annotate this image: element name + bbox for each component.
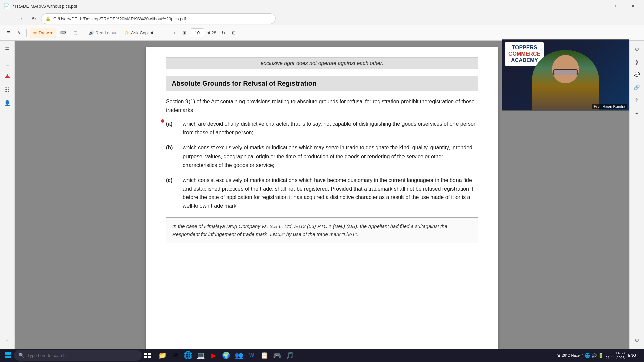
pdf-toolbar: ☰ ✎ ✏ Draw ▾ ⌨ ▢ 🔊 Read aloud ✨ Ask Copi…	[0, 25, 644, 40]
thumbnails-icon-button[interactable]: ☷	[1, 83, 13, 96]
zoom-in-icon: +	[173, 30, 176, 35]
chevron-icon[interactable]: ^	[582, 353, 584, 358]
list-text-c: which consist exclusively of marks or in…	[183, 176, 478, 210]
panel-toggle-button[interactable]: ☰	[4, 27, 13, 38]
separator-2	[83, 29, 83, 37]
list-label-c: (c)	[166, 176, 176, 210]
video-overlay: TOPPERS COMMERCE ACADEMY Prof. Rajan Kun…	[502, 39, 629, 111]
logo-line2: COMMERCE	[508, 51, 540, 57]
case-box-text: In the case of Himalaya Drug Company vs.…	[172, 223, 447, 237]
panel-icon: ☰	[7, 30, 11, 35]
rotate-button[interactable]: ↻	[219, 27, 228, 38]
youtube-icon[interactable]: ▶	[207, 349, 219, 361]
rotate-icon: ↻	[222, 30, 225, 35]
svg-rect-4	[8, 356, 11, 358]
speaker-icon: 🔊	[89, 30, 94, 35]
person-head	[552, 55, 579, 83]
fit-page-button[interactable]: ⊞	[180, 27, 189, 38]
draw-sidebar-icon-button[interactable]	[1, 70, 13, 82]
list-item: (a) which are devoid of any distinctive …	[166, 120, 478, 137]
right-comment-icon[interactable]: 💬	[631, 69, 643, 81]
taskbar-apps: 📁 ✉ 🌐 💻 ▶ 🌍 👥 W 📋 🎮 🎵	[156, 349, 296, 361]
page-number-input[interactable]	[191, 28, 204, 37]
logo-line3: ACADEMY	[508, 57, 540, 63]
immersive-button[interactable]: ⊞	[229, 27, 238, 38]
read-aloud-label: Read aloud	[95, 30, 118, 35]
panel-icon-button[interactable]: ☰	[1, 43, 13, 55]
weather-temp: 26°C Haze	[562, 353, 580, 357]
read-aloud-button[interactable]: 🔊 Read aloud	[86, 27, 120, 38]
right-tools-icon[interactable]: ⚙	[631, 43, 643, 55]
section-para: Section 9(1) of the Act containing provi…	[166, 97, 478, 114]
search-input[interactable]	[27, 353, 137, 358]
address-bar-row: ← → ↻ 🔒 C:/Users/DELL/Desktop/TRADE%20MA…	[0, 12, 644, 25]
account-icon-button[interactable]: 👤	[1, 97, 13, 109]
zoom-out-icon: −	[164, 30, 167, 35]
computer-icon[interactable]: 💻	[195, 349, 207, 361]
eraser-icon: ⌨	[60, 30, 67, 35]
maximize-button[interactable]: □	[609, 0, 625, 12]
section-heading-text: Absolute Grounds for Refusal of Registra…	[172, 80, 316, 87]
zoom-out-button[interactable]: −	[162, 27, 170, 38]
video-background: TOPPERS COMMERCE ACADEMY Prof. Rajan Kun…	[502, 40, 629, 110]
svg-rect-1	[5, 352, 8, 355]
word-icon[interactable]: W	[246, 349, 258, 361]
taskbar-right: 🌤 26°C Haze ^ 🌐 🔊 🔋 14:58 21-11-2023 ENG	[557, 351, 641, 360]
weather-widget[interactable]: 🌤 26°C Haze	[557, 353, 580, 357]
ask-copilot-button[interactable]: ✨ Ask Copilot	[122, 27, 156, 38]
start-button[interactable]	[3, 350, 13, 361]
taskbar: 🔍 📁 ✉ 🌐 💻 ▶ 🌍 👥 W 📋 🎮 🎵 🌤 26°C Haze ^	[0, 349, 644, 362]
task-view-button[interactable]	[142, 350, 153, 361]
minimize-button[interactable]: —	[593, 0, 608, 12]
app-icon-extra2[interactable]: 🎵	[284, 349, 296, 361]
list-item: (b) which consist exclusively of marks o…	[166, 143, 478, 169]
immersive-icon: ⊞	[232, 30, 236, 35]
separator-3	[159, 29, 159, 37]
system-icons: ^ 🌐 🔊 🔋	[582, 353, 604, 358]
svg-rect-0	[5, 77, 10, 78]
list-label-b: (b)	[166, 143, 176, 169]
edge-icon[interactable]: 🌐	[182, 349, 194, 361]
right-settings-icon[interactable]: ⚙	[631, 334, 643, 346]
svg-rect-3	[5, 356, 8, 358]
address-text: C:/Users/DELL/Desktop/TRADE%20MARKS%20wi…	[53, 16, 186, 21]
erase-button[interactable]: ⌨	[58, 27, 69, 38]
title-bar: 📄 *TRADE MARKS without pics.pdf — □ ✕	[0, 0, 644, 12]
mail-icon[interactable]: ✉	[169, 349, 181, 361]
close-button[interactable]: ✕	[625, 0, 641, 12]
chrome-icon[interactable]: 🌍	[220, 349, 232, 361]
list-item: (c) which consist exclusively of marks o…	[166, 176, 478, 210]
svg-rect-7	[144, 356, 147, 358]
right-link-icon[interactable]: 🔗	[631, 81, 643, 94]
language-indicator[interactable]: ENG	[627, 353, 637, 357]
right-expand-icon[interactable]: ❯	[631, 56, 643, 68]
zoom-in-button[interactable]: +	[171, 27, 179, 38]
notes-icon[interactable]: 📋	[258, 349, 270, 361]
battery-icon[interactable]: 🔋	[598, 353, 604, 358]
file-explorer-icon[interactable]: 📁	[156, 349, 168, 361]
back-button[interactable]: ←	[3, 13, 13, 24]
highlight-button[interactable]: ▢	[71, 27, 80, 38]
draw-button[interactable]: ✏ Draw ▾	[30, 28, 56, 38]
address-bar[interactable]: 🔒 C:/Users/DELL/Desktop/TRADE%20MARKS%20…	[41, 13, 276, 24]
hand-tool-button[interactable]: ✎	[15, 27, 24, 38]
forward-button[interactable]: →	[15, 13, 26, 24]
svg-rect-8	[148, 356, 151, 358]
right-scroll-icon[interactable]: ↕	[631, 321, 643, 334]
refresh-button[interactable]: ↻	[28, 13, 39, 24]
network-icon[interactable]: 🌐	[585, 353, 590, 358]
clock[interactable]: 14:58 21-11-2023	[606, 351, 625, 360]
draw-chevron: ▾	[50, 30, 53, 35]
taskbar-search-bar[interactable]: 🔍	[14, 350, 142, 361]
bookmarks-icon-button[interactable]: ⎯	[1, 57, 13, 69]
ask-copilot-label: Ask Copilot	[131, 30, 153, 35]
pdf-list: (a) which are devoid of any distinctive …	[166, 120, 478, 210]
right-add-icon[interactable]: +	[631, 107, 643, 119]
add-icon-button[interactable]: +	[1, 334, 13, 346]
left-sidebar: ☰ ⎯ ☷ 👤 +	[0, 41, 15, 349]
facebook-icon[interactable]: 👥	[233, 349, 245, 361]
svg-rect-2	[8, 352, 11, 355]
speaker-icon[interactable]: 🔊	[591, 353, 597, 358]
right-share-icon[interactable]: ⇧	[631, 94, 643, 106]
app-icon-extra1[interactable]: 🎮	[271, 349, 283, 361]
